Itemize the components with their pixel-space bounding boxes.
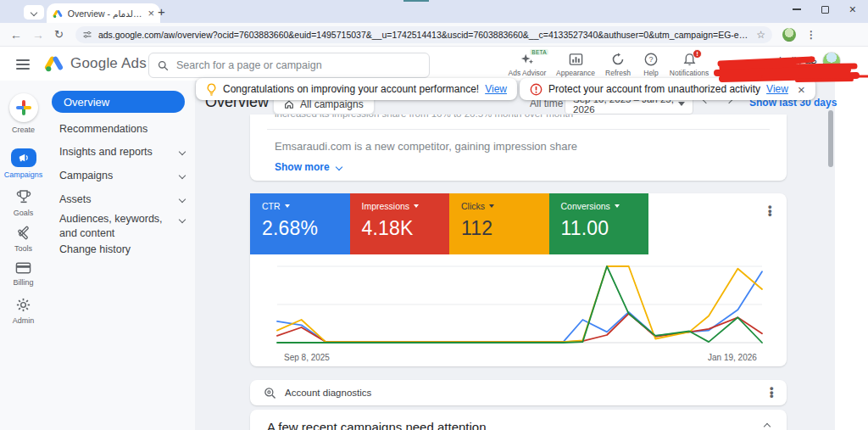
nav-item-audiences[interactable]: Audiences, keywords, and content [59, 212, 185, 241]
appearance-icon [569, 53, 583, 66]
right-gutter [835, 81, 868, 430]
address-bar[interactable]: ads.google.com/aw/overview?ocid=76038836… [75, 26, 772, 43]
tab-close-icon[interactable]: × [147, 8, 154, 19]
window-close-button[interactable]: × [849, 3, 856, 15]
search-placeholder: Search for a page or campaign [176, 59, 322, 71]
search-input[interactable]: Search for a page or campaign [148, 53, 430, 78]
clipped-insight-text: increased its impression share from 16% … [275, 114, 749, 119]
tools-icon [15, 225, 31, 241]
browser-tab[interactable]: Overview - صباغ الدمام - Googl × [47, 3, 160, 23]
refresh-icon [611, 53, 625, 66]
nav-item-recommendations[interactable]: Recommendations [59, 123, 185, 135]
browser-profile-avatar[interactable] [782, 28, 796, 42]
notification-badge: ! [693, 49, 702, 59]
success-banner: Congratulations on improving your accoun… [196, 78, 517, 100]
success-view-link[interactable]: View [485, 83, 507, 95]
caret-down-icon [678, 102, 685, 106]
window-maximize-button[interactable] [821, 6, 829, 14]
browser-menu-icon[interactable]: ⋮ [806, 29, 816, 41]
rail-item-create[interactable]: Create [0, 93, 47, 134]
lightbulb-icon [206, 83, 217, 96]
nav-item-change-history[interactable]: Change history [59, 243, 185, 255]
account-name: صباغ الدمام [774, 55, 817, 65]
tab-search-button[interactable] [24, 5, 44, 20]
account-diagnostics-card[interactable]: Account diagnostics ••• [250, 380, 787, 405]
notifications-button[interactable]: ! Notifications [665, 53, 714, 77]
main-menu-icon[interactable] [16, 59, 30, 70]
svg-text:?: ? [648, 55, 653, 64]
browser-toolbar: ← → ↻ ads.google.com/aw/overview?ocid=76… [0, 23, 868, 47]
url-text: ads.google.com/aw/overview?ocid=76038836… [98, 30, 750, 40]
metric-ctr[interactable]: CTR 2.68% [250, 193, 350, 254]
rail-item-goals[interactable]: Goals [0, 188, 47, 217]
back-button[interactable]: ← [10, 28, 22, 42]
chevron-up-icon[interactable] [764, 423, 771, 430]
rail-item-tools[interactable]: Tools [0, 225, 47, 253]
performance-chart-card: CTR 2.68% Impressions 4.18K Clicks 112 C… [250, 193, 787, 366]
credit-card-icon [15, 261, 31, 275]
bookmark-star-icon[interactable]: ☆ [756, 29, 765, 41]
background-window-sliver [403, 0, 429, 2]
create-plus-icon [9, 93, 38, 122]
warning-banner: Protect your account from unauthorized a… [520, 78, 815, 100]
show-more-link[interactable]: Show more [275, 161, 342, 173]
metric-conversions[interactable]: Conversions 11.00 [549, 193, 649, 254]
reload-button[interactable]: ↻ [54, 28, 64, 41]
nav-item-overview[interactable]: Overview [52, 91, 185, 113]
google-ads-logo-icon [44, 53, 64, 73]
campaigns-attention-card[interactable]: A few recent campaigns need attention [250, 410, 787, 430]
metric-impressions[interactable]: Impressions 4.18K [350, 193, 450, 254]
chart-menu-icon[interactable]: ••• [768, 205, 771, 217]
logo-text: Google Ads [70, 55, 147, 72]
account-avatar[interactable] [822, 52, 841, 70]
insight-text: Emsaraudi.com is a new competitor, gaini… [275, 140, 577, 153]
scrollbar-thumb[interactable] [828, 110, 833, 167]
chevron-down-icon [179, 148, 186, 155]
beta-badge: BETA [530, 49, 548, 55]
nav-item-insights-reports[interactable]: Insights and reports [59, 146, 185, 158]
google-ads-logo[interactable]: Google Ads [44, 53, 147, 73]
x-axis-start-label: Sep 8, 2025 [284, 353, 330, 362]
home-icon [284, 99, 294, 109]
chevron-down-icon [179, 196, 186, 203]
alert-icon [530, 83, 542, 96]
metric-strip: CTR 2.68% Impressions 4.18K Clicks 112 C… [250, 193, 648, 254]
rail-item-admin[interactable]: Admin [0, 297, 47, 325]
tab-title: Overview - صباغ الدمام - Googl [68, 8, 143, 19]
ads-advisor-button[interactable]: BETA Ads Advisor [503, 53, 552, 77]
chevron-down-icon [179, 216, 186, 223]
search-icon [158, 60, 169, 71]
attention-title: A few recent campaigns need attention [267, 420, 765, 430]
x-axis-end-label: Jan 19, 2026 [708, 353, 757, 362]
nav-item-campaigns[interactable]: Campaigns [59, 170, 185, 181]
diagnostics-icon [264, 387, 276, 399]
nav-item-assets[interactable]: Assets [59, 193, 185, 205]
caret-down-icon [615, 204, 620, 208]
site-settings-icon [82, 30, 92, 40]
rail-item-campaigns[interactable]: Campaigns [0, 148, 47, 179]
divider [267, 129, 770, 130]
caret-down-icon [285, 204, 290, 208]
metric-clicks[interactable]: Clicks 112 [449, 193, 549, 254]
warning-view-link[interactable]: View [766, 83, 788, 95]
chevron-down-icon [335, 164, 342, 170]
caret-down-icon [414, 204, 419, 208]
help-icon: ? [644, 53, 658, 66]
new-tab-button[interactable]: + [158, 4, 165, 19]
chevron-down-icon [179, 172, 186, 179]
banner-close-icon[interactable]: × [798, 83, 805, 96]
forward-button[interactable]: → [32, 28, 44, 42]
window-minimize-button[interactable] [793, 8, 801, 10]
gear-icon [15, 297, 31, 313]
diagnostics-label: Account diagnostics [285, 388, 761, 398]
caret-down-icon [489, 204, 494, 208]
chevron-down-icon [31, 8, 37, 15]
trophy-icon [15, 188, 32, 205]
rail-item-billing[interactable]: Billing [0, 261, 47, 287]
competitor-insight-card: increased its impression share from 16% … [250, 114, 787, 181]
campaigns-megaphone-icon [11, 148, 36, 167]
chart-line-impressions [277, 314, 762, 342]
diagnostics-menu-icon[interactable]: ••• [770, 387, 773, 399]
performance-line-chart [265, 258, 771, 349]
google-ads-favicon [53, 8, 63, 19]
